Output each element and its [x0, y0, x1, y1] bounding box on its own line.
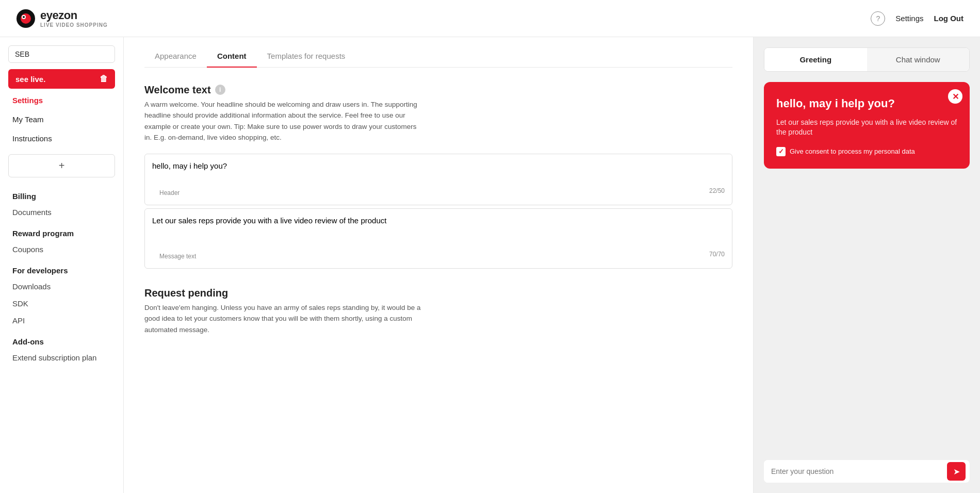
chat-send-button[interactable]: ➤	[947, 462, 966, 481]
header: eyezon LIVE VIDEO SHOPPING ? Settings Lo…	[0, 0, 980, 37]
sidebar-item-documents[interactable]: Documents	[0, 204, 123, 221]
logout-button[interactable]: Log Out	[934, 14, 963, 23]
addons-section-title: Add-ons	[0, 329, 123, 349]
header-field-label: Header	[152, 187, 187, 201]
svg-point-3	[23, 16, 25, 18]
tab-content[interactable]: Content	[207, 45, 257, 68]
logo-name: eyezon	[40, 9, 108, 22]
message-char-count: 70/70	[709, 251, 725, 264]
chat-preview-card: ✕ hello, may i help you? Let our sales r…	[764, 82, 970, 169]
sidebar-item-api[interactable]: API	[0, 312, 123, 329]
sidebar-item-extend[interactable]: Extend subscription plan	[0, 349, 123, 366]
chat-question-input[interactable]	[764, 460, 947, 483]
message-input-wrapper: Let our sales reps provide you with a li…	[144, 208, 732, 269]
layout: see live. 🗑 Settings My Team Instruction…	[0, 37, 980, 493]
request-pending-desc: Don't leave'em hanging. Unless you have …	[144, 302, 423, 336]
sidebar: see live. 🗑 Settings My Team Instruction…	[0, 37, 124, 493]
message-input[interactable]: Let our sales reps provide you with a li…	[145, 209, 732, 248]
preview-tab-greeting[interactable]: Greeting	[764, 48, 867, 71]
header-char-count: 22/50	[709, 187, 725, 201]
content-body: Welcome text i A warm welcome. Your head…	[144, 68, 732, 336]
brand-label: see live.	[15, 75, 45, 84]
logo-sub: LIVE VIDEO SHOPPING	[40, 22, 108, 28]
chat-checkbox-row: ✓ Give consent to process my personal da…	[776, 147, 957, 156]
help-button[interactable]: ?	[871, 11, 885, 26]
chat-close-button[interactable]: ✕	[948, 89, 962, 104]
sidebar-search-input[interactable]	[8, 45, 115, 63]
request-pending-section: Request pending Don't leave'em hanging. …	[144, 287, 732, 336]
welcome-text-desc: A warm welcome. Your headline should be …	[144, 99, 423, 143]
svg-point-1	[21, 13, 31, 24]
sidebar-item-my-team[interactable]: My Team	[0, 110, 123, 129]
preview-panel: Greeting Chat window ✕ hello, may i help…	[753, 37, 980, 493]
sidebar-item-downloads[interactable]: Downloads	[0, 278, 123, 295]
main-content: Appearance Content Templates for request…	[124, 37, 753, 493]
sidebar-item-settings[interactable]: Settings	[0, 91, 123, 110]
logo-icon	[17, 9, 35, 28]
welcome-text-title: Welcome text i	[144, 84, 732, 96]
send-arrow-icon: ➤	[953, 467, 960, 476]
header-input-wrapper: hello, may i help you? Header 22/50	[144, 154, 732, 205]
settings-link[interactable]: Settings	[895, 14, 923, 23]
billing-section-title: Billing	[0, 184, 123, 204]
tab-templates[interactable]: Templates for requests	[257, 45, 356, 68]
logo-text: eyezon LIVE VIDEO SHOPPING	[40, 9, 108, 28]
header-right: ? Settings Log Out	[871, 11, 963, 26]
tabs: Appearance Content Templates for request…	[144, 37, 732, 68]
preview-tabs: Greeting Chat window	[764, 47, 970, 72]
logo-area: eyezon LIVE VIDEO SHOPPING	[17, 9, 108, 28]
developers-section-title: For developers	[0, 258, 123, 278]
message-field-label: Message text	[152, 251, 203, 264]
chat-card-subtitle: Let our sales reps provide you with a li…	[776, 118, 957, 138]
chat-card-title: hello, may i help you?	[776, 96, 957, 111]
sidebar-item-coupons[interactable]: Coupons	[0, 241, 123, 258]
trash-icon: 🗑	[100, 74, 108, 84]
checkbox-check-icon: ✓	[778, 147, 784, 155]
tab-appearance[interactable]: Appearance	[144, 45, 207, 68]
sidebar-item-instructions[interactable]: Instructions	[0, 129, 123, 148]
sidebar-brand-button[interactable]: see live. 🗑	[8, 69, 115, 89]
sidebar-add-button[interactable]: +	[8, 154, 115, 177]
chat-input-area: ➤	[764, 460, 970, 483]
consent-label: Give consent to process my personal data	[790, 147, 915, 155]
preview-tab-chat-window[interactable]: Chat window	[867, 48, 970, 71]
request-pending-title: Request pending	[144, 287, 732, 299]
info-icon: i	[215, 85, 225, 95]
header-input[interactable]: hello, may i help you?	[145, 154, 732, 184]
sidebar-item-sdk[interactable]: SDK	[0, 295, 123, 312]
reward-section-title: Reward program	[0, 221, 123, 241]
preview-spacer	[764, 177, 970, 460]
consent-checkbox[interactable]: ✓	[776, 147, 786, 156]
